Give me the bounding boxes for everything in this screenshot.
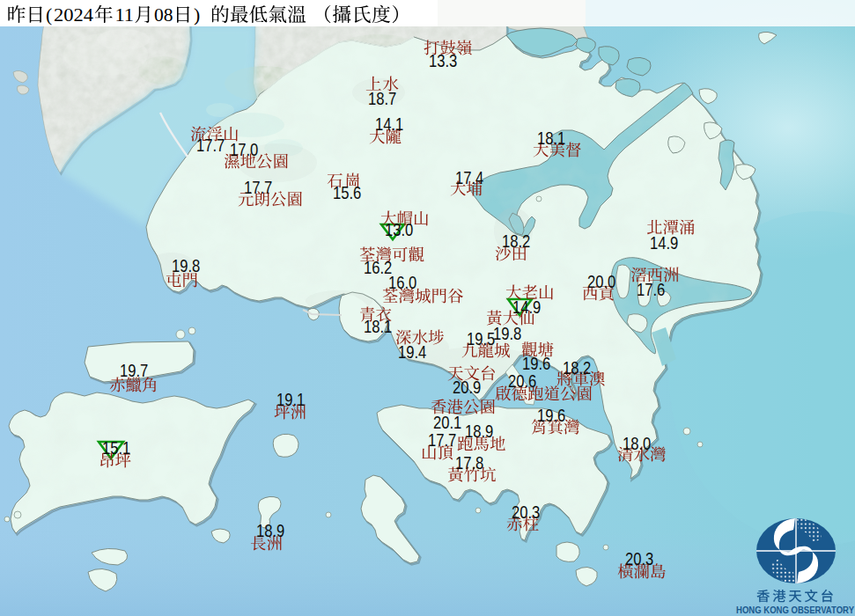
svg-text:(: ( [46, 4, 52, 26]
svg-text:18.0: 18.0 [623, 434, 651, 454]
svg-text:18.1: 18.1 [364, 317, 392, 337]
svg-text:20.0: 20.0 [587, 272, 615, 292]
svg-text:18.1: 18.1 [537, 128, 565, 149]
svg-text:16.0: 16.0 [388, 273, 416, 293]
svg-text:HONG KONG OBSERVATORY: HONG KONG OBSERVATORY [736, 605, 855, 615]
svg-text:14.1: 14.1 [375, 114, 403, 135]
svg-text:15.1: 15.1 [102, 438, 130, 458]
svg-text:17.0: 17.0 [230, 140, 258, 160]
svg-text:13.0: 13.0 [385, 220, 413, 240]
svg-text:17.8: 17.8 [455, 453, 483, 473]
svg-text:20.3: 20.3 [625, 549, 653, 569]
svg-text:11: 11 [115, 4, 135, 26]
svg-text:18.9: 18.9 [256, 521, 284, 541]
svg-text:08: 08 [154, 4, 173, 26]
svg-text:19.1: 19.1 [276, 390, 305, 410]
svg-text:18.2: 18.2 [563, 358, 591, 378]
svg-text:20.3: 20.3 [512, 502, 540, 523]
svg-text:15.6: 15.6 [333, 183, 361, 203]
svg-text:19.8: 19.8 [493, 324, 521, 344]
svg-text:17.7: 17.7 [196, 136, 225, 156]
svg-text:19.5: 19.5 [467, 329, 495, 349]
svg-text:17.4: 17.4 [455, 168, 483, 188]
svg-text:18.9: 18.9 [465, 422, 493, 442]
svg-text:19.8: 19.8 [172, 256, 200, 276]
svg-text:20.9: 20.9 [453, 378, 481, 398]
svg-text:14.9: 14.9 [512, 297, 541, 318]
svg-text:18.7: 18.7 [368, 89, 396, 109]
svg-text:19.6: 19.6 [537, 406, 565, 426]
svg-text:17.6: 17.6 [637, 280, 665, 300]
svg-text:17.7: 17.7 [428, 430, 456, 451]
svg-text:2024: 2024 [54, 4, 93, 26]
svg-text:18.2: 18.2 [502, 231, 530, 252]
svg-text:17.7: 17.7 [244, 178, 272, 198]
svg-text:20.6: 20.6 [508, 371, 536, 392]
svg-text:19.7: 19.7 [120, 361, 148, 381]
svg-text:13.3: 13.3 [429, 51, 457, 71]
svg-text:14.9: 14.9 [650, 233, 678, 253]
svg-text:19.4: 19.4 [398, 342, 426, 363]
svg-text:): ) [194, 4, 200, 26]
